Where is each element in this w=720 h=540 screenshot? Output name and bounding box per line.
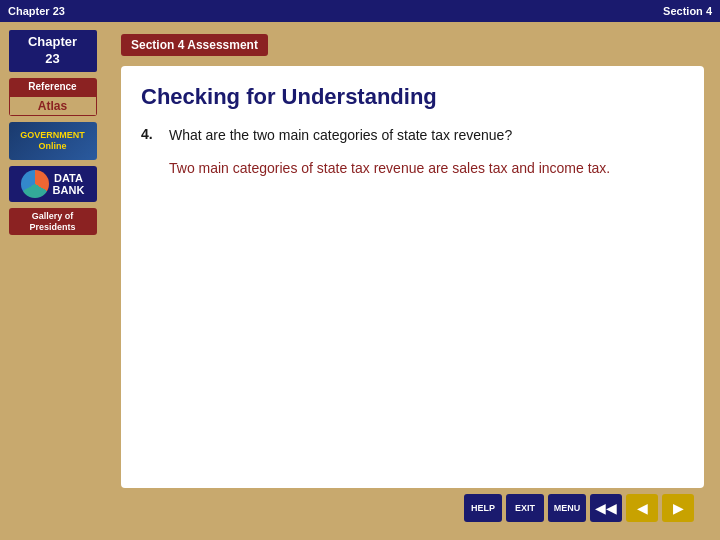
section-label-top: Section 4	[663, 5, 712, 17]
top-bar: Chapter 23 Section 4	[0, 0, 720, 22]
back-button[interactable]: ◀	[626, 494, 658, 522]
question-text: What are the two main categories of stat…	[169, 126, 512, 146]
section-badge: Section 4 Assessment	[121, 34, 268, 56]
question-block: 4. What are the two main categories of s…	[141, 126, 684, 146]
content-box: Checking for Understanding 4. What are t…	[121, 66, 704, 488]
sidebar-item-reference[interactable]: Reference Atlas	[9, 78, 97, 116]
bottom-toolbar: HELP EXIT MENU ◀◀ ◀ ▶	[121, 488, 704, 528]
content-area: Section 4 Assessment Checking for Unders…	[105, 22, 720, 540]
next-button[interactable]: ▶	[662, 494, 694, 522]
prev-button[interactable]: ◀◀	[590, 494, 622, 522]
chapter-box: Chapter 23	[9, 30, 97, 72]
menu-button[interactable]: MENU	[548, 494, 586, 522]
sidebar-item-gallery[interactable]: Gallery of Presidents	[9, 208, 97, 236]
answer-text: Two main categories of state tax revenue…	[169, 158, 684, 179]
question-number: 4.	[141, 126, 161, 146]
content-title: Checking for Understanding	[141, 84, 684, 110]
chapter-label: Chapter 23	[8, 5, 65, 17]
main-layout: Chapter 23 Reference Atlas GOVERNMENT On…	[0, 22, 720, 540]
reference-label: Reference	[9, 78, 97, 96]
exit-button[interactable]: EXIT	[506, 494, 544, 522]
sidebar: Chapter 23 Reference Atlas GOVERNMENT On…	[0, 22, 105, 540]
help-button[interactable]: HELP	[464, 494, 502, 522]
presidents-label: Presidents	[13, 222, 93, 233]
sidebar-item-government[interactable]: GOVERNMENT Online	[9, 122, 97, 160]
data-circle-icon	[21, 170, 49, 198]
gallery-label: Gallery of	[13, 211, 93, 222]
databank-label: DATABANK	[53, 172, 85, 196]
sidebar-item-databank[interactable]: DATABANK	[9, 166, 97, 202]
government-label: GOVERNMENT Online	[20, 130, 85, 152]
atlas-label: Atlas	[9, 96, 97, 116]
